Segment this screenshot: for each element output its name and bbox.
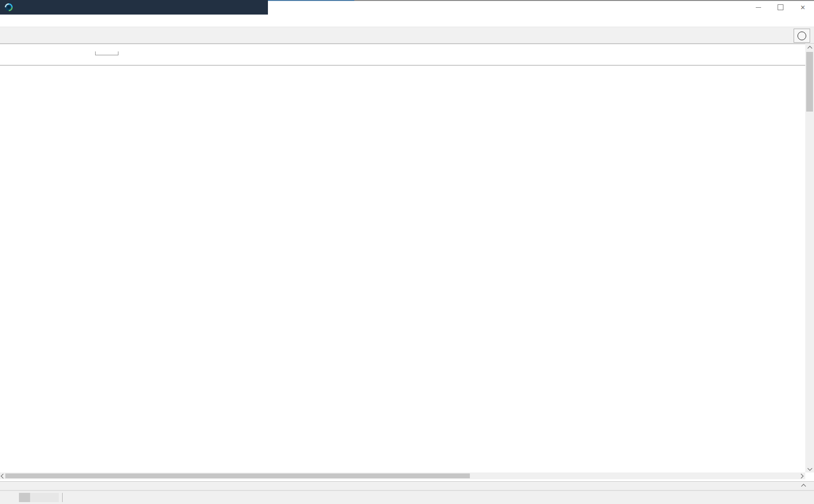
title-bar: ✕	[0, 0, 814, 15]
status-bar	[0, 490, 814, 504]
help-icon	[797, 32, 806, 40]
minimize-button[interactable]	[748, 0, 769, 15]
close-button[interactable]: ✕	[792, 0, 814, 15]
vertical-scrollbar-thumb[interactable]	[806, 52, 813, 112]
server-memory-progress	[19, 493, 30, 502]
time-ruler[interactable]	[0, 44, 805, 65]
scroll-down-arrow-icon[interactable]	[805, 465, 814, 471]
horizontal-scrollbar[interactable]	[0, 472, 805, 479]
maximize-icon	[778, 4, 783, 10]
timeline-gridlines	[0, 65, 805, 473]
collapse-panel-icon[interactable]	[801, 484, 806, 489]
horizontal-scrollbar-thumb[interactable]	[5, 473, 470, 478]
scroll-right-arrow-icon[interactable]	[797, 472, 804, 479]
server-memory-badge	[19, 493, 59, 502]
timeline-panel[interactable]	[0, 44, 805, 473]
vertical-scrollbar[interactable]	[805, 44, 814, 472]
mode-toolbar	[0, 27, 814, 44]
title-block	[0, 0, 268, 15]
scale-indicator	[95, 51, 118, 55]
selection-panel-header[interactable]	[0, 481, 814, 490]
minimize-icon	[756, 7, 761, 8]
statusbar-separator	[62, 493, 63, 502]
help-button[interactable]	[794, 29, 810, 43]
gpu-inspector-logo-icon	[5, 3, 13, 11]
titlebar-accent-gray	[354, 0, 814, 1]
maximize-button[interactable]	[770, 0, 791, 15]
close-icon: ✕	[800, 4, 806, 11]
android-gpu-inspector-window: ✕	[0, 0, 814, 504]
scroll-up-arrow-icon[interactable]	[805, 45, 814, 51]
menu-bar	[0, 15, 814, 27]
